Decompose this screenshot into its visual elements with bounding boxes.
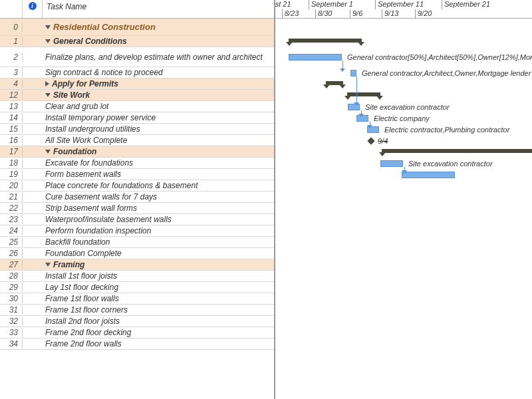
task-name-cell[interactable]: Finalize plans, and develop estimate wit… (43, 53, 274, 62)
task-bar-label: Electric contractor,Plumbing contractor (384, 126, 509, 134)
task-name-cell[interactable]: All Site Work Complete (43, 136, 274, 145)
col-header-info[interactable]: i (23, 0, 43, 18)
timeline-minor-tick: 9/20 (415, 9, 448, 19)
task-name-cell[interactable]: Backfill foundation (43, 237, 274, 247)
milestone-marker[interactable] (367, 137, 374, 144)
table-row[interactable]: 0Residential Construction (0, 19, 274, 36)
row-id: 27 (0, 260, 23, 269)
task-name-cell[interactable]: Lay 1st floor decking (43, 283, 274, 292)
task-name-cell[interactable]: Install underground utilities (43, 124, 274, 134)
row-id: 25 (0, 237, 23, 247)
dependency-arrow-icon (340, 68, 345, 72)
task-name-cell[interactable]: Install temporary power service (43, 113, 274, 122)
task-name-cell[interactable]: Apply for Permits (43, 79, 274, 88)
summary-bar[interactable] (326, 81, 343, 85)
table-row[interactable]: 15Install underground utilities (0, 124, 274, 135)
task-name-cell[interactable]: Frame 1st floor corners (43, 305, 274, 315)
table-row[interactable]: 4Apply for Permits (0, 78, 274, 90)
table-row[interactable]: 3Sign contract & notice to proceed (0, 67, 274, 78)
table-row[interactable]: 25Backfill foundation (0, 237, 274, 248)
task-bar[interactable] (402, 172, 455, 178)
table-row[interactable]: 34Frame 2nd floor walls (0, 338, 274, 350)
row-id: 23 (0, 215, 23, 224)
task-name-cell[interactable]: Perform foundation inspection (43, 226, 274, 235)
summary-bar[interactable] (289, 39, 362, 43)
task-name-label: Cure basement walls for 7 days (45, 192, 157, 201)
expand-icon[interactable] (45, 81, 49, 86)
table-row[interactable]: 19Form basement walls (0, 169, 274, 180)
task-name-cell[interactable]: Form basement walls (43, 170, 274, 179)
task-name-cell[interactable]: Install 1st floor joists (43, 271, 274, 281)
col-header-id[interactable] (0, 0, 23, 18)
summary-bar[interactable] (382, 149, 532, 153)
task-name-cell[interactable]: Cure basement walls for 7 days (43, 192, 274, 201)
table-row[interactable]: 32Install 2nd floor joists (0, 316, 274, 327)
gantt-chart[interactable]: August 21September 1September 11Septembe… (275, 0, 532, 399)
task-bar[interactable] (380, 160, 403, 167)
row-id: 12 (0, 90, 23, 100)
table-row[interactable]: 17Foundation (0, 146, 274, 158)
table-row[interactable]: 12Site Work (0, 90, 274, 101)
milestone-label: 9/4 (378, 137, 388, 145)
row-id: 34 (0, 339, 23, 348)
table-row[interactable]: 14Install temporary power service (0, 112, 274, 124)
table-row[interactable]: 29Lay 1st floor decking (0, 282, 274, 293)
row-id: 33 (0, 328, 23, 337)
gantt-chart-area[interactable]: General contractor[50%],Architect[50%],O… (275, 19, 532, 399)
task-name-cell[interactable]: Frame 2nd floor decking (43, 328, 274, 337)
task-name-cell[interactable]: Excavate for foundations (43, 158, 274, 168)
task-name-cell[interactable]: Site Work (43, 90, 274, 100)
collapse-icon[interactable] (45, 93, 51, 97)
collapse-icon[interactable] (45, 263, 51, 267)
col-header-taskname[interactable]: Task Name (43, 0, 274, 18)
collapse-icon[interactable] (45, 150, 51, 154)
task-bar[interactable] (350, 70, 356, 76)
table-row[interactable]: 24Perform foundation inspection (0, 225, 274, 237)
table-row[interactable]: 33Frame 2nd floor decking (0, 327, 274, 338)
table-row[interactable]: 20Place concrete for foundations & basem… (0, 180, 274, 192)
table-row[interactable]: 26Foundation Complete (0, 248, 274, 259)
task-name-cell[interactable]: Foundation (43, 147, 274, 156)
task-bar-label: Site excavation contractor (365, 103, 450, 111)
task-name-label: Install temporary power service (45, 113, 156, 122)
collapse-icon[interactable] (45, 39, 51, 43)
task-name-label: Frame 2nd floor walls (45, 339, 122, 348)
collapse-icon[interactable] (45, 25, 51, 29)
row-id: 13 (0, 102, 23, 111)
row-id: 17 (0, 147, 23, 156)
dependency-link (356, 76, 357, 102)
task-name-cell[interactable]: General Conditions (43, 37, 274, 46)
task-name-cell[interactable]: Waterproof/insulate basement walls (43, 215, 274, 224)
info-icon: i (29, 2, 37, 10)
task-name-label: Foundation (53, 147, 96, 156)
table-row[interactable]: 16All Site Work Complete (0, 135, 274, 146)
table-row[interactable]: 1General Conditions (0, 36, 274, 47)
task-name-label: Apply for Permits (52, 79, 118, 88)
table-row[interactable]: 28Install 1st floor joists (0, 271, 274, 282)
dependency-link (342, 61, 343, 68)
task-name-label: Place concrete for foundations & basemen… (45, 181, 198, 190)
row-id: 16 (0, 136, 23, 145)
task-name-cell[interactable]: Foundation Complete (43, 249, 274, 258)
task-name-cell[interactable]: Strip basement wall forms (43, 203, 274, 213)
table-row[interactable]: 2Finalize plans, and develop estimate wi… (0, 47, 274, 67)
table-row[interactable]: 30Frame 1st floor walls (0, 293, 274, 305)
task-name-cell[interactable]: Sign contract & notice to proceed (43, 68, 274, 77)
task-name-cell[interactable]: Framing (43, 260, 274, 269)
task-name-cell[interactable]: Place concrete for foundations & basemen… (43, 181, 274, 190)
task-name-cell[interactable]: Frame 1st floor walls (43, 294, 274, 303)
table-row[interactable]: 22Strip basement wall forms (0, 203, 274, 214)
task-name-cell[interactable]: Frame 2nd floor walls (43, 339, 274, 348)
table-row[interactable]: 21Cure basement walls for 7 days (0, 192, 274, 203)
table-row[interactable]: 27Framing (0, 259, 274, 271)
table-row[interactable]: 31Frame 1st floor corners (0, 305, 274, 316)
task-name-cell[interactable]: Clear and grub lot (43, 102, 274, 111)
table-row[interactable]: 13Clear and grub lot (0, 101, 274, 112)
task-name-cell[interactable]: Residential Construction (43, 22, 274, 32)
task-name-cell[interactable]: Install 2nd floor joists (43, 317, 274, 326)
summary-bar[interactable] (347, 92, 380, 96)
table-row[interactable]: 23Waterproof/insulate basement walls (0, 214, 274, 225)
table-row[interactable]: 18Excavate for foundations (0, 158, 274, 169)
task-name-label: Perform foundation inspection (45, 226, 151, 235)
task-bar[interactable] (289, 54, 342, 61)
